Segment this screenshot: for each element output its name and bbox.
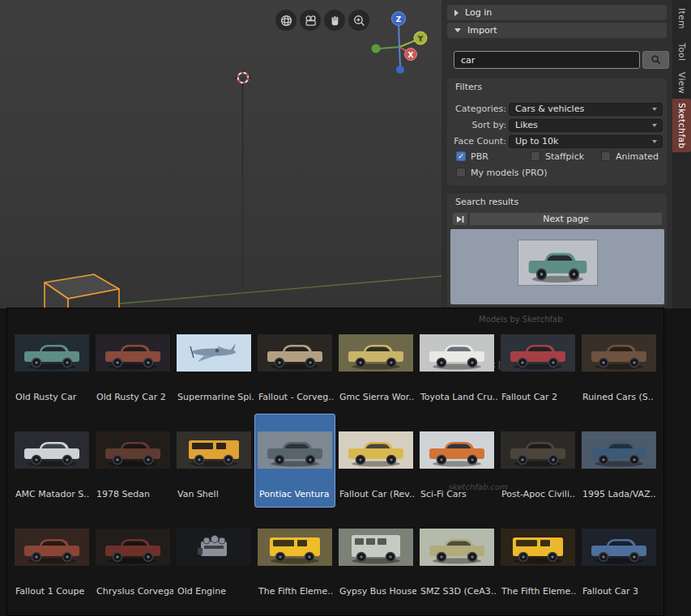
model-thumbnail[interactable] — [339, 431, 413, 469]
result-item[interactable]: Ruined Cars (S.. — [578, 316, 659, 410]
result-item[interactable]: Pontiac Ventura — [254, 414, 335, 508]
thumbnail-art — [339, 431, 413, 469]
next-page-button[interactable]: Next page — [469, 212, 663, 226]
chevron-down-icon — [652, 108, 657, 111]
model-thumbnail[interactable] — [582, 334, 656, 372]
animated-checkbox[interactable]: Animated — [601, 151, 659, 162]
result-item[interactable]: Fallout 1 Coupe — [11, 511, 92, 605]
result-item[interactable]: Sci-Fi Cars — [416, 414, 497, 508]
tab-item[interactable]: Item — [672, 3, 691, 34]
model-name: Van Shell — [173, 489, 254, 499]
model-name: The Fifth Eleme.. — [497, 586, 578, 597]
result-item[interactable]: Old Rusty Car 2 — [92, 316, 173, 410]
search-input[interactable] — [454, 51, 640, 69]
model-thumbnail[interactable] — [420, 529, 494, 566]
import-section-header[interactable]: Import — [447, 23, 667, 38]
sort-by-dropdown[interactable]: Likes — [509, 119, 663, 132]
thumbnail-art — [501, 529, 575, 566]
result-item[interactable]: Fallout Car 3 — [578, 511, 659, 605]
checkbox-box[interactable] — [601, 151, 611, 161]
checkbox-box[interactable] — [456, 168, 466, 177]
model-thumbnail[interactable] — [258, 431, 332, 469]
model-thumbnail[interactable] — [96, 431, 170, 469]
result-item[interactable]: Old Rusty Car — [11, 316, 92, 410]
result-item[interactable]: Fallout Car 2 — [497, 316, 578, 410]
thumbnail-art — [96, 334, 170, 372]
my-models-checkbox[interactable]: My models (PRO) — [456, 167, 548, 178]
import-section-label: Import — [467, 25, 497, 36]
thumbnail-art — [501, 431, 575, 469]
search-results-popup: Models by Sketchfab Verts: 14k | Faces: … — [6, 308, 664, 616]
model-name: 1995 Lada/VAZ.. — [578, 489, 659, 499]
cursor-3d-icon — [232, 67, 254, 88]
result-item[interactable]: Toyota Land Cru.. — [416, 316, 497, 410]
result-item[interactable]: Supermarine Spi.. — [173, 316, 254, 410]
model-thumbnail[interactable] — [501, 334, 575, 372]
tab-sketchfab[interactable]: Sketchfab — [672, 99, 691, 152]
result-item[interactable]: Gmc Sierra Wor.. — [335, 316, 416, 410]
viewport-3d[interactable]: Z Y X — [0, 0, 441, 308]
gizmo-neg-y-ball[interactable] — [372, 45, 381, 53]
model-thumbnail[interactable] — [258, 334, 332, 372]
step-page-button[interactable] — [452, 212, 468, 226]
staffpick-checkbox[interactable]: Staffpick — [531, 151, 584, 162]
thumbnail-art — [518, 240, 597, 285]
checkbox-box[interactable] — [531, 151, 540, 161]
thumbnail-art — [501, 334, 575, 372]
tab-view[interactable]: View — [672, 68, 691, 97]
search-results-subpanel: Search results Next page — [447, 193, 667, 307]
thumbnail-art — [420, 334, 494, 372]
checkbox-box[interactable]: ✓ — [456, 151, 466, 161]
result-preview-panel[interactable] — [450, 229, 664, 304]
result-item[interactable]: Old Engine — [173, 511, 254, 605]
result-item[interactable]: Van Shell — [173, 414, 254, 508]
result-item[interactable]: The Fifth Eleme.. — [254, 511, 335, 605]
model-thumbnail[interactable] — [177, 334, 251, 372]
result-item[interactable]: Fallout - Corveg.. — [254, 316, 335, 410]
selected-cube-object[interactable] — [0, 267, 130, 308]
orientation-sphere-icon[interactable] — [275, 10, 296, 31]
model-thumbnail[interactable] — [15, 334, 89, 372]
model-name: Ruined Cars (S.. — [578, 392, 659, 402]
pan-hand-icon[interactable] — [324, 10, 345, 31]
model-thumbnail[interactable] — [15, 431, 89, 469]
result-item[interactable]: AMC Matador S.. — [11, 414, 92, 508]
result-item[interactable]: Fallout Car (Rev.. — [335, 414, 416, 508]
skip-forward-icon — [455, 215, 465, 224]
login-section-header[interactable]: Log in — [447, 5, 667, 20]
model-thumbnail[interactable] — [501, 431, 575, 469]
model-thumbnail[interactable] — [339, 529, 413, 566]
camera-icon[interactable] — [300, 10, 321, 31]
model-thumbnail[interactable] — [339, 334, 413, 372]
result-item[interactable]: Gypsy Bus House — [335, 511, 416, 605]
model-thumbnail[interactable] — [15, 529, 89, 566]
search-button[interactable] — [642, 51, 669, 69]
thumbnail-art — [15, 431, 89, 469]
model-thumbnail[interactable] — [582, 431, 656, 469]
result-item[interactable]: SMZ S3D (CeA3.. — [416, 511, 497, 605]
model-thumbnail[interactable] — [420, 431, 494, 469]
my-models-label: My models (PRO) — [471, 168, 548, 178]
result-item[interactable]: Post-Apoc Civili.. — [497, 414, 578, 508]
sidebar-tabstrip: Item Tool View Sketchfab — [672, 0, 691, 308]
model-thumbnail[interactable] — [258, 529, 332, 566]
tab-tool[interactable]: Tool — [672, 37, 691, 66]
thumbnail-art — [420, 431, 494, 469]
model-thumbnail[interactable] — [582, 529, 656, 566]
gizmo-neg-z-ball[interactable] — [396, 66, 404, 74]
model-thumbnail[interactable] — [96, 334, 170, 372]
result-item[interactable]: The Fifth Eleme.. — [497, 511, 578, 605]
model-thumbnail[interactable] — [177, 431, 251, 469]
face-count-dropdown[interactable]: Up to 10k — [509, 135, 663, 148]
model-thumbnail[interactable] — [420, 334, 494, 372]
result-item[interactable]: 1978 Sedan — [92, 414, 173, 508]
model-thumbnail[interactable] — [96, 529, 170, 566]
navigation-gizmo[interactable]: Z Y X — [367, 8, 432, 83]
result-item[interactable]: Chryslus Corvega — [92, 511, 173, 605]
categories-dropdown[interactable]: Cars & vehicles — [509, 103, 663, 116]
result-preview-image[interactable] — [518, 240, 597, 285]
model-thumbnail[interactable] — [177, 529, 251, 566]
model-thumbnail[interactable] — [501, 529, 575, 566]
pbr-checkbox[interactable]: ✓ PBR — [456, 151, 488, 162]
result-item[interactable]: 1995 Lada/VAZ.. — [578, 414, 659, 508]
